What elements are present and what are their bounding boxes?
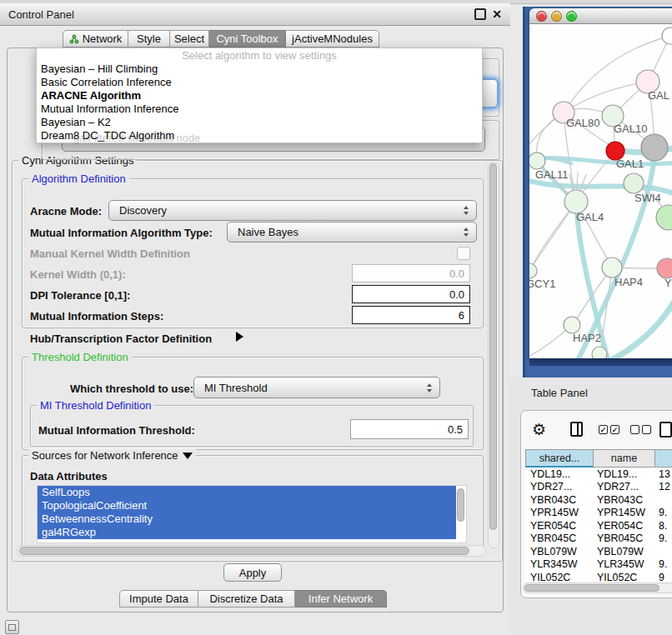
table-row[interactable]: YBL079WYBL079W — [525, 545, 672, 558]
zoom-traffic-light[interactable] — [566, 11, 577, 22]
table-row[interactable]: YBR045CYBR045C9. — [525, 532, 672, 546]
tab-network-label: Network — [83, 32, 123, 45]
which-threshold-combo[interactable]: MI Threshold — [193, 377, 440, 398]
table-cell: YIL052C — [594, 572, 655, 583]
attribute-list-scrollbar-thumb[interactable] — [457, 488, 464, 522]
network-node-label: GAL11 — [535, 168, 569, 181]
table-row[interactable]: YBR043CYBR043C — [525, 493, 672, 507]
hub-section-expander-icon[interactable] — [236, 332, 243, 342]
network-node-hap4[interactable] — [602, 258, 622, 278]
hub-section-label[interactable]: Hub/Transcription Factor Definition — [30, 332, 212, 345]
table-panel: ⚙ ✓✓ shared...name YDL19...YDL19...13YDR… — [520, 410, 672, 598]
tab-network[interactable]: Network — [63, 30, 128, 48]
table-cell: 9. — [655, 532, 672, 544]
minimize-traffic-light[interactable] — [551, 11, 562, 22]
table-hscroll-thumb[interactable] — [524, 584, 659, 592]
mi-type-combo[interactable]: Naive Bayes — [227, 222, 477, 242]
table-row[interactable]: YDR27...YDR27...12 — [525, 481, 672, 494]
attribute-item-selfloops[interactable]: SelfLoops — [38, 486, 456, 499]
bottom-tab-infer-network-label: Infer Network — [308, 592, 373, 605]
table-cell: YBR043C — [525, 494, 594, 506]
network-node-gcy1[interactable] — [529, 263, 537, 278]
dpi-tolerance-field[interactable]: 0.0 — [352, 285, 470, 303]
network-node[interactable] — [641, 134, 668, 161]
network-node-label: HAP4 — [614, 276, 643, 288]
network-node-hap2[interactable] — [564, 317, 580, 333]
network-node-label: GAL — [648, 89, 669, 102]
settings-hscroll-thumb[interactable] — [19, 547, 469, 555]
show-checked-columns-icon[interactable]: ✓✓ — [599, 425, 619, 434]
close-icon[interactable]: ✕ — [492, 8, 502, 20]
tab-cyni-toolbox[interactable]: Cyni Toolbox — [209, 30, 286, 48]
tab-select-label: Select — [174, 32, 204, 45]
apply-button[interactable]: Apply — [223, 563, 282, 582]
mi-steps-field[interactable]: 6 — [352, 306, 470, 324]
float-panel-button[interactable] — [5, 620, 19, 634]
network-node-swi4[interactable] — [624, 173, 644, 193]
manual-kernel-label: Manual Kernel Width Definition — [30, 248, 190, 260]
settings-vscroll-thumb[interactable] — [489, 163, 497, 530]
tab-style[interactable]: Style — [128, 30, 170, 48]
manual-kernel-checkbox[interactable] — [457, 247, 470, 260]
algorithm-option-mutual-information-inference[interactable]: Mutual Information Inference — [37, 102, 482, 116]
column-header-item[interactable] — [655, 449, 672, 468]
table-cell: YIL052C — [525, 572, 594, 583]
bottom-tab-infer-network[interactable]: Infer Network — [295, 590, 387, 608]
bottom-tab-discretize-data[interactable]: Discretize Data — [198, 590, 295, 608]
bottom-tab-impute-data[interactable]: Impute Data — [119, 590, 198, 608]
tab-jactivemnodules[interactable]: jActiveMNodules — [286, 30, 379, 48]
table-cell: 8. — [655, 520, 672, 532]
attribute-item-topologicalcoefficient[interactable]: TopologicalCoefficient — [38, 499, 456, 512]
columns-icon[interactable] — [570, 422, 583, 437]
network-edge[interactable] — [529, 204, 574, 271]
float-window-icon[interactable] — [474, 8, 486, 20]
network-node-label: GAL10 — [614, 122, 647, 135]
table-cell: YDL19... — [594, 468, 655, 480]
algorithm-option-bayesian-hill-climbing[interactable]: Bayesian – Hill Climbing — [37, 62, 482, 76]
network-node-label: Y — [664, 277, 672, 289]
algorithm-option-aracne-algorithm[interactable]: ARACNE Algorithm — [37, 89, 482, 102]
network-node[interactable] — [592, 347, 607, 358]
hide-columns-icon[interactable] — [630, 425, 651, 434]
network-node[interactable] — [656, 205, 672, 230]
network-canvas[interactable]: GALGAL80GAL10GAL1GAL11SWI4GAL4GCY1HAP4YH… — [529, 24, 672, 358]
data-attributes-list[interactable]: SelfLoopsTopologicalCoefficientBetweenne… — [37, 485, 467, 543]
table-row[interactable]: YLR345WYLR345W9. — [525, 558, 672, 572]
table-row[interactable]: YER054CYER054C8. — [525, 519, 672, 532]
sources-collapse-icon[interactable] — [183, 452, 193, 459]
sources-title[interactable]: Sources for Network Inference — [28, 449, 196, 462]
network-window-titlebar[interactable] — [529, 8, 672, 24]
table-row[interactable]: YDL19...YDL19...13 — [525, 468, 672, 481]
table-row[interactable]: YPR145WYPR145W9. — [525, 507, 672, 520]
table-cell: YBL079W — [594, 546, 655, 558]
network-node-gal4[interactable] — [564, 190, 588, 213]
table-toolbar: ⚙ ✓✓ — [521, 411, 672, 448]
node-table: shared...name YDL19...YDL19...13YDR27...… — [525, 449, 672, 584]
table-cell: YBL079W — [525, 546, 594, 558]
network-node[interactable] — [662, 28, 672, 44]
mi-threshold-field[interactable]: 0.5 — [350, 419, 469, 439]
tab-select[interactable]: Select — [170, 30, 209, 48]
column-header-name[interactable]: name — [594, 449, 655, 468]
column-header-shared[interactable]: shared... — [525, 449, 594, 468]
network-node-y[interactable] — [657, 258, 672, 278]
kernel-width-field[interactable]: 0.0 — [352, 264, 470, 282]
close-traffic-light[interactable] — [536, 11, 547, 22]
tab-cyni-toolbox-label: Cyni Toolbox — [216, 32, 278, 45]
page-icon[interactable] — [659, 422, 672, 438]
attribute-item-gal4rgexp[interactable]: gal4RGexp — [38, 526, 456, 539]
algorithm-option-basic-correlation-inference[interactable]: Basic Correlation Inference — [37, 76, 482, 89]
algorithm-dropdown: Select algorithm to view settings Bayesi… — [36, 48, 483, 143]
gear-icon[interactable]: ⚙ — [532, 422, 546, 438]
table-cell: 9. — [655, 558, 672, 570]
attribute-item-betweennesscentrality[interactable]: BetweennessCentrality — [38, 512, 456, 526]
table-cell: YPR145W — [525, 507, 594, 518]
algorithm-option-bayesian-k2[interactable]: Bayesian – K2 — [37, 116, 482, 129]
aracne-mode-combo[interactable]: Discovery — [108, 200, 477, 221]
which-threshold-value: MI Threshold — [204, 382, 268, 394]
network-node-gal11[interactable] — [529, 152, 545, 169]
tab-style-label: Style — [137, 32, 161, 45]
bottom-tab-discretize-data-label: Discretize Data — [209, 592, 283, 605]
app-root: Control Panel ✕ NetworkStyleSelectCyni T… — [0, 0, 672, 635]
table-cell: YER054C — [594, 520, 655, 532]
